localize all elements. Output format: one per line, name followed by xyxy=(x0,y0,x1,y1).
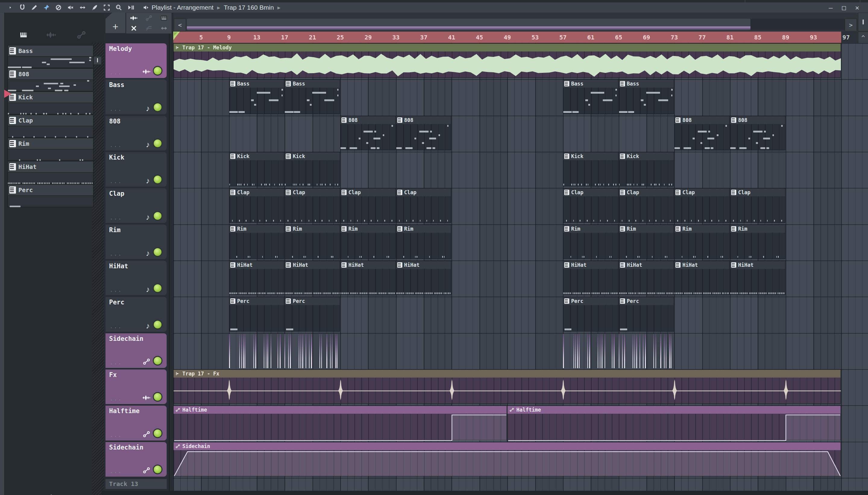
pattern-clip-source-icon[interactable] xyxy=(157,13,171,23)
vertical-scrollbar-top[interactable] xyxy=(858,13,868,31)
automation-clip-halftime-0[interactable]: Halftime xyxy=(173,406,507,440)
clip-header[interactable]: Clap xyxy=(674,188,730,196)
track-options-dots[interactable]: ... xyxy=(110,432,122,438)
speaker-icon[interactable] xyxy=(141,4,151,12)
pattern-item-808[interactable]: 808 xyxy=(7,68,94,91)
clip-header[interactable]: HiHat xyxy=(730,261,785,269)
pattern-item-header[interactable]: HiHat xyxy=(7,161,94,172)
pattern-clip-clap-2[interactable]: Clap xyxy=(340,188,396,222)
track-options-dots[interactable]: ... xyxy=(110,142,122,148)
pattern-clip-rim-1[interactable]: Rim xyxy=(284,225,340,259)
pattern-item-header[interactable]: Bass xyxy=(7,45,94,57)
track-header-hihat-6[interactable]: HiHat...♪ xyxy=(105,261,167,295)
clip-header[interactable]: Clap xyxy=(285,188,340,196)
pattern-clip-rim-6[interactable]: Rim xyxy=(674,225,730,259)
clip-header[interactable]: Rim xyxy=(619,225,674,233)
track-enable-led[interactable] xyxy=(153,66,162,75)
pattern-clip-808-3[interactable]: 808 xyxy=(730,116,785,150)
clip-header[interactable]: HiHat xyxy=(563,261,618,269)
track-header-808-2[interactable]: 808...♪ xyxy=(105,116,167,151)
clip-header[interactable]: Clap xyxy=(229,188,284,196)
pattern-clip-rim-3[interactable]: Rim xyxy=(396,225,452,259)
playlist-grid[interactable]: Trap 17 - MelodyBassBassBassBass80880880… xyxy=(173,43,868,495)
track-header-sidechain-8[interactable]: Sidechain... xyxy=(105,333,167,368)
clip-header[interactable]: Clap xyxy=(396,188,451,196)
pattern-item-rim[interactable]: Rim xyxy=(7,138,94,161)
clip-header[interactable]: HiHat xyxy=(674,261,730,269)
track-header-track13[interactable]: Track 13 xyxy=(105,479,167,489)
pattern-clip-kick-2[interactable]: Kick xyxy=(563,152,619,186)
clip-header[interactable]: Perc xyxy=(285,297,340,305)
close-button[interactable]: ✕ xyxy=(851,4,864,12)
track-enable-led[interactable] xyxy=(153,428,162,438)
clip-header[interactable]: Kick xyxy=(563,152,618,160)
track-options-dots[interactable]: ... xyxy=(110,395,122,402)
filter-audio-icon[interactable] xyxy=(46,30,57,40)
pattern-clip-808-0[interactable]: 808 xyxy=(340,116,396,150)
clip-header[interactable]: Rim xyxy=(674,225,730,233)
filter-automation-icon[interactable] xyxy=(76,30,87,40)
track-options-dots[interactable]: ... xyxy=(110,359,122,365)
clip-header[interactable]: Clap xyxy=(563,188,618,196)
pattern-clip-kick-3[interactable]: Kick xyxy=(619,152,674,186)
track-options-dots[interactable]: ... xyxy=(110,468,122,474)
pattern-clip-808-2[interactable]: 808 xyxy=(674,116,730,150)
pattern-item-bass[interactable]: Bass xyxy=(7,45,94,68)
automation-clip-sidechain[interactable]: Sidechain xyxy=(173,442,841,476)
pattern-item-header[interactable]: Kick xyxy=(7,91,94,103)
scroll-right-button[interactable]: > xyxy=(845,19,857,31)
pattern-clip-hihat-0[interactable]: HiHat xyxy=(229,261,284,295)
timeline-ruler[interactable]: 5913172125293337414549535761656973778185… xyxy=(173,32,868,43)
automation-clip-halftime-1[interactable]: Halftime xyxy=(507,406,841,440)
filter-patterns-icon[interactable] xyxy=(18,30,29,40)
clip-header[interactable]: Clap xyxy=(730,188,785,196)
pattern-clip-clap-6[interactable]: Clap xyxy=(674,188,730,222)
clip-header[interactable]: 808 xyxy=(674,116,730,124)
track-options-dots[interactable]: ... xyxy=(110,251,122,257)
horizontal-scrollbar-thumb[interactable] xyxy=(187,19,751,30)
lfo-tool-icon[interactable] xyxy=(141,23,157,33)
clip-header[interactable]: Halftime xyxy=(174,406,507,414)
pattern-item-clap[interactable]: Clap xyxy=(7,115,94,138)
pattern-clip-perc-0[interactable]: Perc xyxy=(229,297,284,331)
pattern-clip-perc-1[interactable]: Perc xyxy=(284,297,340,331)
clip-header[interactable]: Perc xyxy=(229,297,284,305)
audio-clip-source-icon[interactable] xyxy=(126,13,141,23)
clip-header[interactable]: HiHat xyxy=(285,261,340,269)
track-options-dots[interactable]: ... xyxy=(110,323,122,329)
pattern-clip-hihat-6[interactable]: HiHat xyxy=(674,261,730,295)
add-pattern-button[interactable]: + xyxy=(45,492,57,495)
track-header-rim-5[interactable]: Rim...♪ xyxy=(105,225,167,259)
pattern-clip-bass-1[interactable]: Bass xyxy=(284,80,340,114)
add-track-tab[interactable]: + xyxy=(105,13,125,33)
pattern-clip-clap-1[interactable]: Clap xyxy=(284,188,340,222)
track-header-bass-1[interactable]: Bass...♪ xyxy=(105,80,167,114)
playback-tool-icon[interactable] xyxy=(126,4,136,12)
pattern-clip-hihat-7[interactable]: HiHat xyxy=(730,261,785,295)
pattern-clip-hihat-3[interactable]: HiHat xyxy=(396,261,452,295)
clip-header[interactable]: 808 xyxy=(396,116,451,124)
pattern-clip-clap-7[interactable]: Clap xyxy=(730,188,785,222)
track-enable-led[interactable] xyxy=(153,320,162,329)
pattern-item-hihat[interactable]: HiHat xyxy=(7,161,94,184)
pattern-item-header[interactable]: Clap xyxy=(7,115,94,126)
audio-clip-melody[interactable]: Trap 17 - Melody xyxy=(173,44,841,78)
clip-header[interactable]: Sidechain xyxy=(174,442,840,450)
track-enable-led[interactable] xyxy=(153,465,162,474)
clip-header[interactable]: Trap 17 - Fx xyxy=(174,370,840,378)
pattern-clip-hihat-2[interactable]: HiHat xyxy=(340,261,396,295)
clip-header[interactable]: Bass xyxy=(229,80,284,88)
pattern-clip-kick-1[interactable]: Kick xyxy=(284,152,340,186)
track-header-melody-0[interactable]: Melody... xyxy=(105,44,167,78)
clip-header[interactable]: Kick xyxy=(229,152,284,160)
pattern-clip-perc-3[interactable]: Perc xyxy=(619,297,674,331)
audio-clip-fx[interactable]: Trap 17 - Fx xyxy=(173,370,841,404)
clip-header[interactable]: Trap 17 - Melody xyxy=(174,44,840,51)
horizontal-scrollbar[interactable] xyxy=(187,19,857,30)
track-enable-led[interactable] xyxy=(153,211,162,221)
automation-clip-source-icon[interactable] xyxy=(141,13,157,23)
stretch-tool-icon[interactable] xyxy=(157,23,171,33)
clip-header[interactable]: Bass xyxy=(563,80,618,88)
close-source-icon[interactable] xyxy=(126,23,141,33)
pattern-clip-rim-5[interactable]: Rim xyxy=(619,225,674,259)
